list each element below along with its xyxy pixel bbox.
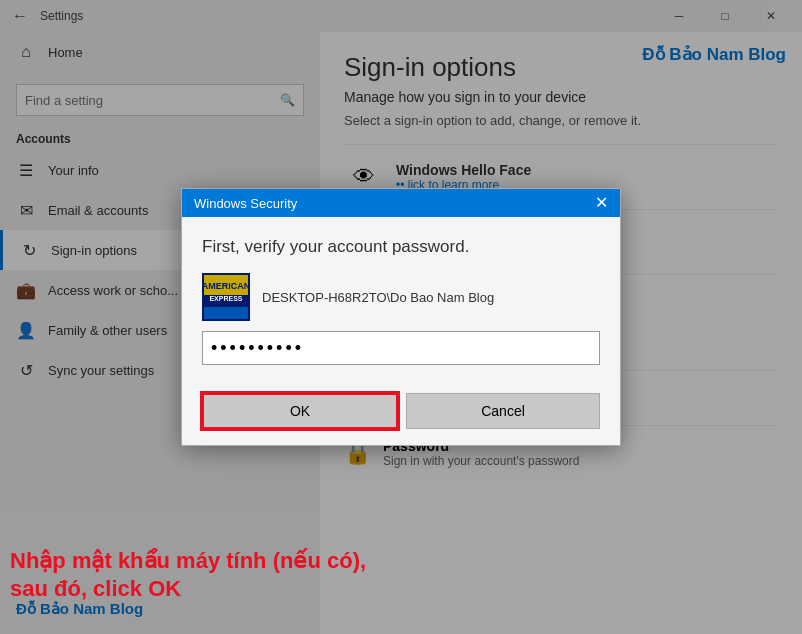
- svg-text:AMERICAN: AMERICAN: [202, 281, 250, 291]
- dialog-overlay: Windows Security ✕ First, verify your ac…: [0, 0, 802, 634]
- avatar-inner: AMERICAN EXPRESS: [202, 273, 250, 321]
- dialog-buttons: OK Cancel: [182, 385, 620, 445]
- dialog-body: First, verify your account password. AME…: [182, 217, 620, 385]
- dialog-username: DESKTOP-H68R2TO\Do Bao Nam Blog: [262, 290, 494, 305]
- cancel-button[interactable]: Cancel: [406, 393, 600, 429]
- dialog-avatar: AMERICAN EXPRESS: [202, 273, 250, 321]
- password-field[interactable]: [202, 331, 600, 365]
- ok-button[interactable]: OK: [202, 393, 398, 429]
- dialog-close-button[interactable]: ✕: [595, 195, 608, 211]
- svg-text:EXPRESS: EXPRESS: [209, 295, 242, 302]
- svg-rect-4: [204, 307, 248, 319]
- dialog-title: Windows Security: [194, 196, 297, 211]
- dialog-titlebar: Windows Security ✕: [182, 189, 620, 217]
- dialog-user-row: AMERICAN EXPRESS DESKTOP-H68R2TO\Do Bao …: [202, 273, 600, 321]
- windows-security-dialog: Windows Security ✕ First, verify your ac…: [181, 188, 621, 446]
- dialog-heading: First, verify your account password.: [202, 237, 600, 257]
